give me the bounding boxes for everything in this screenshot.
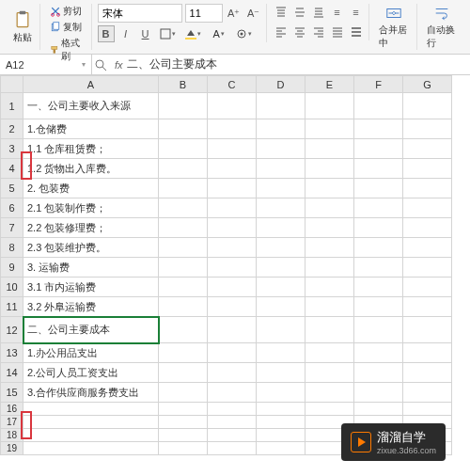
underline-button[interactable]: U	[137, 25, 154, 42]
cell[interactable]	[257, 416, 306, 429]
cell[interactable]	[354, 383, 403, 403]
cell[interactable]	[257, 93, 306, 119]
cell[interactable]: 2.公司人员工资支出	[24, 363, 159, 383]
decrease-font-button[interactable]: A⁻	[245, 5, 262, 22]
cell[interactable]	[159, 383, 208, 403]
cell[interactable]	[403, 317, 452, 343]
cell[interactable]	[257, 343, 306, 363]
cell[interactable]	[306, 363, 354, 383]
row-header[interactable]: 11	[1, 297, 24, 317]
column-header[interactable]: F	[354, 76, 403, 93]
cell[interactable]	[257, 218, 306, 238]
cell[interactable]	[257, 198, 306, 218]
cell[interactable]	[159, 416, 208, 429]
cell[interactable]: 1.1 仓库租赁费；	[24, 139, 159, 159]
cell[interactable]	[208, 403, 257, 416]
cell[interactable]	[403, 258, 452, 278]
cell[interactable]	[257, 297, 306, 317]
cell[interactable]	[208, 297, 257, 317]
cell[interactable]	[159, 93, 208, 119]
font-size-select[interactable]	[185, 4, 223, 23]
cell[interactable]: 1.仓储费	[24, 119, 159, 139]
distribute-button[interactable]	[348, 24, 365, 40]
cell[interactable]	[257, 278, 306, 297]
row-header[interactable]: 1	[1, 93, 24, 119]
cell[interactable]	[354, 238, 403, 258]
cell[interactable]	[306, 297, 354, 317]
cell[interactable]	[306, 383, 354, 403]
cell[interactable]: 3.1 市内运输费	[24, 278, 159, 297]
cell[interactable]	[354, 258, 403, 278]
bold-button[interactable]: B	[98, 25, 115, 42]
row-header[interactable]: 5	[1, 179, 24, 198]
cell[interactable]: 1.办公用品支出	[24, 343, 159, 363]
cell[interactable]	[403, 238, 452, 258]
cell[interactable]: 2.1 包装制作费；	[24, 198, 159, 218]
spreadsheet-grid[interactable]: ABCDEFG 1一、公司主要收入来源21.仓储费31.1 仓库租赁费；41.2…	[0, 75, 470, 476]
column-header[interactable]: A	[24, 76, 159, 93]
cell[interactable]	[354, 139, 403, 159]
cell[interactable]	[306, 278, 354, 297]
cell[interactable]: 3. 运输费	[24, 258, 159, 278]
cell[interactable]	[354, 343, 403, 363]
cell[interactable]	[159, 139, 208, 159]
cell[interactable]	[306, 258, 354, 278]
cell[interactable]	[159, 429, 208, 442]
cell[interactable]	[257, 403, 306, 416]
cell[interactable]	[257, 159, 306, 179]
align-bottom-button[interactable]	[310, 4, 327, 21]
cell[interactable]	[208, 198, 257, 218]
row-header[interactable]: 7	[1, 218, 24, 238]
align-middle-button[interactable]	[291, 4, 308, 21]
cell[interactable]	[354, 363, 403, 383]
cell[interactable]	[159, 238, 208, 258]
row-header[interactable]: 4	[1, 159, 24, 179]
cell[interactable]	[208, 218, 257, 238]
cell[interactable]	[257, 139, 306, 159]
name-box[interactable]: A12	[0, 55, 92, 74]
align-right-button[interactable]	[310, 24, 327, 40]
auto-wrap-button[interactable]: 自动换行	[423, 4, 461, 50]
cell[interactable]	[159, 218, 208, 238]
cell[interactable]	[306, 179, 354, 198]
merge-center-button[interactable]: 合并居中	[375, 4, 413, 50]
cell[interactable]: 2.3 包装维护费。	[24, 238, 159, 258]
cell[interactable]	[24, 416, 159, 429]
copy-button[interactable]: 复制	[48, 20, 86, 35]
column-header[interactable]: E	[306, 76, 354, 93]
cell[interactable]	[403, 403, 452, 416]
cell[interactable]	[159, 363, 208, 383]
cell[interactable]	[159, 403, 208, 416]
italic-button[interactable]: I	[118, 25, 134, 42]
row-header[interactable]: 10	[1, 278, 24, 297]
cut-button[interactable]: 剪切	[48, 4, 86, 19]
cell[interactable]	[159, 119, 208, 139]
cell[interactable]	[257, 442, 306, 455]
cell[interactable]	[257, 258, 306, 278]
cell[interactable]	[403, 383, 452, 403]
cell[interactable]	[24, 429, 159, 442]
row-header[interactable]: 12	[1, 317, 24, 343]
cell[interactable]	[403, 278, 452, 297]
cell[interactable]	[208, 179, 257, 198]
align-left-button[interactable]	[273, 24, 290, 40]
effects-button[interactable]	[233, 25, 256, 42]
row-header[interactable]: 19	[1, 442, 24, 455]
cell[interactable]	[354, 297, 403, 317]
cell[interactable]	[24, 403, 159, 416]
cell[interactable]	[403, 93, 452, 119]
cell[interactable]	[306, 119, 354, 139]
cell[interactable]	[159, 179, 208, 198]
cell[interactable]	[159, 198, 208, 218]
cell[interactable]	[403, 159, 452, 179]
decrease-indent-button[interactable]: ≡	[329, 4, 346, 21]
cell[interactable]	[208, 238, 257, 258]
cell[interactable]	[159, 297, 208, 317]
cell[interactable]	[306, 343, 354, 363]
cell[interactable]: 3.2 外阜运输费	[24, 297, 159, 317]
row-header[interactable]: 18	[1, 429, 24, 442]
cell[interactable]: 二、公司主要成本	[24, 317, 159, 343]
cell[interactable]	[257, 383, 306, 403]
row-header[interactable]: 15	[1, 383, 24, 403]
cell[interactable]	[306, 218, 354, 238]
